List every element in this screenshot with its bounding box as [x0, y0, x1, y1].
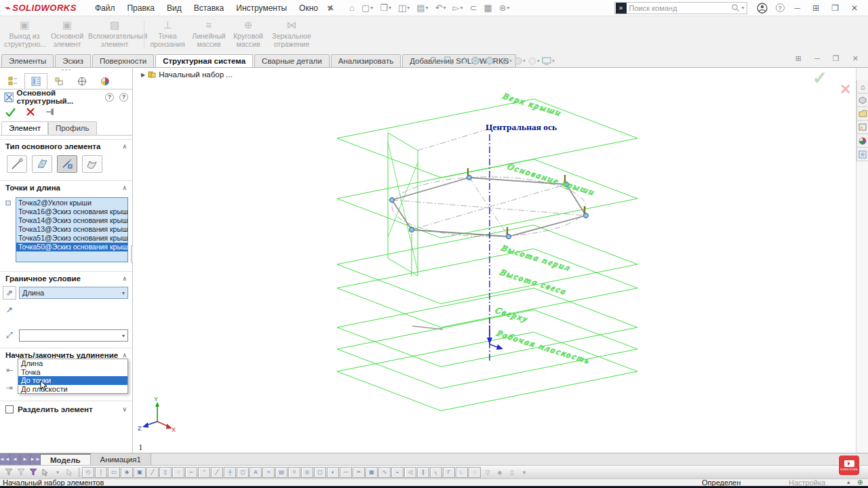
custom-properties-icon[interactable]	[856, 148, 868, 161]
tab-element[interactable]: Элемент	[1, 121, 48, 135]
lasso-select-icon[interactable]	[64, 467, 76, 478]
filter-solid-icon[interactable]: ▣	[134, 467, 146, 478]
split-member-checkbox[interactable]	[5, 405, 14, 413]
toolbar-extra-icon[interactable]: ▾	[518, 467, 530, 478]
filter-ref-icon[interactable]: ◁	[404, 467, 416, 478]
status-expand-icon[interactable]: ▴	[847, 479, 850, 485]
prev-tab-icon[interactable]: ◄	[10, 453, 20, 465]
filter-pipe-icon[interactable]: ◎	[301, 467, 313, 478]
window-close-icon[interactable]: ✕	[845, 3, 864, 13]
filter-centerline-icon[interactable]: ┼	[224, 467, 236, 478]
filter-note-icon[interactable]: ≈	[262, 467, 275, 478]
tab-evaluate[interactable]: Анализировать	[331, 54, 401, 67]
options-gear-icon[interactable]: ⊛▾	[496, 3, 513, 13]
filter-sketch-icon[interactable]: ⌐	[185, 467, 197, 478]
scene-icon[interactable]: ▾	[527, 55, 541, 66]
new-document-icon[interactable]: ▢▾	[358, 3, 376, 13]
keep-visible-pin-icon[interactable]	[45, 108, 55, 116]
filter-point-icon[interactable]: •	[391, 467, 403, 478]
filter-toggle-icon[interactable]	[3, 467, 15, 478]
list-item[interactable]: Точка2@Уклон крыши	[16, 199, 128, 207]
filter-hatch-icon[interactable]: ▤	[275, 467, 288, 478]
filter-block-icon[interactable]: ▢	[314, 467, 326, 478]
menu-edit[interactable]: Правка	[121, 2, 161, 14]
filter-route-icon[interactable]: ┐	[430, 467, 442, 478]
first-tab-icon[interactable]: ◄◄	[0, 453, 10, 465]
option-up-to-point[interactable]: До точки	[18, 376, 127, 385]
type-path-segment-button[interactable]	[7, 155, 27, 173]
ribbon-secondary-member-button[interactable]: ▨Вспомогательный элемент	[88, 19, 141, 48]
filter-midpoint-icon[interactable]: ╱	[211, 467, 223, 478]
section-member-type[interactable]: Тип основного элемента∧	[0, 139, 132, 152]
next-tab-icon[interactable]: ►	[20, 453, 31, 465]
select-arrow-icon[interactable]	[39, 467, 52, 478]
section-boundary-condition[interactable]: Граничное условие∧	[0, 271, 132, 285]
toolbar-extra-icon[interactable]: ▯	[506, 467, 518, 478]
direction-arrow-icon[interactable]: ↗	[3, 303, 16, 317]
window-minimize-icon[interactable]: ─	[789, 3, 807, 13]
filter-joint-icon[interactable]: ∟	[456, 467, 468, 478]
file-explorer-icon[interactable]	[856, 107, 868, 121]
option-up-to-plane[interactable]: До плоскости	[18, 385, 127, 394]
filter-symbol-icon[interactable]: ╍	[353, 467, 365, 478]
expand-icon[interactable]: ∨	[122, 406, 127, 413]
tab-profile[interactable]: Профиль	[48, 121, 97, 135]
filter-edges-icon[interactable]: │	[95, 467, 107, 478]
whats-new-icon[interactable]: ?	[105, 93, 114, 102]
filter-origin-icon[interactable]: ▫	[172, 467, 184, 478]
tab-scroll-arrows[interactable]: ◄◄◄►►►	[0, 453, 41, 465]
list-item[interactable]: Точка14@Эскиз основания крыши	[16, 216, 128, 225]
save-icon[interactable]: ◫▾	[395, 3, 413, 13]
pin-menu-icon[interactable]: ✚	[325, 2, 336, 14]
filter-frame-icon[interactable]: Г	[443, 467, 455, 478]
tab-weldments[interactable]: Сварные детали	[254, 54, 330, 67]
home-tab-icon[interactable]: ⌂	[856, 80, 868, 94]
ribbon-primary-member-button[interactable]: ▣Основной элемент	[47, 19, 87, 48]
ribbon-circular-pattern-button[interactable]: ⊕Круговой массив	[229, 19, 267, 48]
view-palette-icon[interactable]	[856, 121, 868, 134]
menu-file[interactable]: Файл	[89, 2, 121, 14]
home-icon[interactable]: ⌂	[346, 3, 358, 13]
secondary-boundary-combo[interactable]: ▾	[19, 329, 128, 342]
filter-balloon-icon[interactable]: ◐	[327, 467, 339, 478]
panel-help-icon[interactable]: ?	[119, 93, 128, 102]
ribbon-linear-pattern-button[interactable]: ≡Линейный массив	[190, 19, 228, 48]
appearances-icon[interactable]	[856, 134, 868, 148]
expand-arrow-icon[interactable]: ▶	[141, 72, 145, 78]
collapse-icon[interactable]: ∧	[122, 352, 127, 359]
tab-structure-system[interactable]: Структурная система	[155, 54, 253, 67]
collapse-icon[interactable]: ∧	[122, 184, 127, 191]
ok-check-icon[interactable]	[5, 108, 16, 117]
document-window-controls[interactable]: ⊞ ─ ❐ ✕	[795, 54, 864, 63]
last-tab-icon[interactable]: ►►	[31, 453, 41, 465]
open-document-icon[interactable]: ❐▾	[376, 3, 395, 13]
command-search[interactable]: » Поиск команд ▾	[614, 2, 747, 14]
design-library-icon[interactable]	[856, 94, 868, 107]
filter-weld-icon[interactable]: ◊	[288, 467, 300, 478]
filter-dimension-icon[interactable]: ◻	[237, 467, 249, 478]
hide-show-items-icon[interactable]: ▾	[498, 55, 513, 66]
toolbar-extra-icon[interactable]: ▽	[481, 467, 494, 478]
display-manager-tab-icon[interactable]	[94, 73, 117, 89]
select-dropdown-icon[interactable]: ▾	[52, 467, 64, 478]
flyout-feature-tree[interactable]: ▶ Начальный набор ...	[141, 70, 233, 79]
cancel-x-icon[interactable]	[26, 108, 35, 116]
boundary-condition-combo[interactable]: Длина▾	[19, 287, 128, 299]
rebuild-icon[interactable]: ▦	[480, 3, 495, 13]
feature-tree-tab-icon[interactable]	[1, 73, 24, 89]
panel-splitter-dots[interactable]: • • •	[0, 68, 132, 73]
configuration-tab-icon[interactable]	[47, 73, 71, 89]
zoom-area-icon[interactable]	[441, 55, 456, 66]
window-restore-icon[interactable]: ❐	[825, 3, 845, 13]
points-listbox[interactable]: Точка2@Уклон крыши Точка16@Эскиз основан…	[16, 197, 128, 262]
list-item[interactable]: Точка16@Эскиз основания крыши	[16, 207, 128, 216]
view-orientation-icon[interactable]: ▾	[470, 55, 484, 66]
tab-sketch[interactable]: Эскиз	[55, 54, 91, 67]
attach-icon[interactable]: ⊂	[466, 3, 480, 13]
menu-window[interactable]: Окно	[293, 2, 324, 14]
type-reference-plane-button[interactable]	[32, 155, 52, 173]
property-manager-tab-icon[interactable]	[24, 73, 47, 89]
filter-annotation-icon[interactable]: A	[250, 467, 262, 478]
filter-active-icon[interactable]	[27, 467, 39, 478]
appearance-icon[interactable]: ▾	[513, 55, 527, 66]
